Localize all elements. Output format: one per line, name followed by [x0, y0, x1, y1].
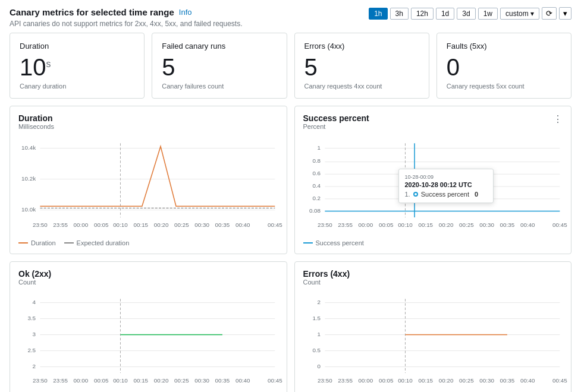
errors4xx-svg: 2 1.5 1 0.5 0 23:50	[303, 292, 563, 392]
errors-title: Errors (4xx)	[304, 42, 419, 50]
x-label: 00:00	[74, 377, 89, 384]
y-label: 0.08	[309, 207, 321, 214]
chart-ok2xx-header: Ok (2xx) Count	[18, 269, 278, 290]
summary-card-duration: Duration 10s Canary duration	[10, 33, 145, 99]
refresh-button[interactable]: ⟳	[542, 7, 557, 20]
duration-label: Canary duration	[20, 83, 134, 90]
x-label: 00:05	[378, 377, 393, 384]
success-legend: Success percent	[303, 239, 563, 246]
tooltip-num: 1.	[405, 191, 410, 198]
chart-duration-header: Duration Milliseconds	[18, 113, 278, 135]
legend-success-label: Success percent	[316, 239, 364, 246]
info-link[interactable]: Info	[179, 8, 192, 17]
x-label: 00:40	[520, 377, 535, 384]
x-label: 00:00	[358, 222, 373, 228]
ok2xx-svg: 4 3.5 3 2.5 2 23:50	[18, 292, 278, 392]
x-label: 23:50	[33, 377, 48, 384]
more-options-icon[interactable]: ⋮	[553, 113, 563, 125]
y-label: 3	[33, 331, 36, 337]
y-label: 10.4k	[21, 144, 36, 151]
y-label: 1.5	[312, 315, 321, 321]
chart-success-title: Success percent	[303, 113, 369, 123]
x-label: 00:10	[113, 377, 128, 384]
faults-value: 0	[447, 54, 561, 80]
x-label: 00:20	[154, 222, 169, 228]
duration-svg: 10.4k 10.2k 10.0k 23:50 23:5	[18, 136, 278, 237]
x-label: 00:30	[479, 377, 494, 384]
chart-ok2xx-title: Ok (2xx)	[18, 269, 51, 279]
faults-label: Canary requests 5xx count	[447, 83, 561, 90]
y-label: 10.0k	[21, 206, 36, 213]
summary-card-errors: Errors (4xx) 5 Canary requests 4xx count	[294, 33, 429, 99]
x-label: 00:45	[268, 377, 282, 384]
x-label: 00:35	[215, 222, 230, 228]
legend-success: Success percent	[303, 239, 364, 246]
chart-errors4xx-header: Errors (4xx) Count	[303, 269, 563, 290]
settings-button[interactable]: ▾	[559, 7, 571, 20]
time-btn-3h[interactable]: 3h	[390, 8, 409, 20]
chart-tooltip: 10-28-00:09 2020-10-28 00:12 UTC 1. Succ…	[398, 169, 494, 203]
x-label: 23:55	[338, 222, 353, 228]
chart-errors4xx-area: 2 1.5 1 0.5 0 23:50	[303, 292, 563, 392]
x-label: 00:10	[398, 377, 413, 384]
time-controls: 1h 3h 12h 1d 3d 1w custom ▾ ⟳ ▾	[369, 7, 571, 20]
chart-ok2xx: Ok (2xx) Count 4 3.5 3 2.5 2	[10, 261, 287, 392]
charts-grid: Duration Milliseconds 10.4k 10.2k 10.0k	[10, 106, 571, 392]
y-label: 0.8	[312, 158, 321, 165]
duration-value: 10s	[20, 54, 134, 80]
errors-label: Canary requests 4xx count	[304, 83, 419, 90]
time-btn-12h[interactable]: 12h	[411, 8, 434, 20]
summary-card-failed: Failed canary runs 5 Canary failures cou…	[152, 33, 287, 99]
x-label: 00:05	[94, 222, 109, 228]
x-label: 00:35	[215, 377, 230, 384]
duration-legend: Duration Expected duration	[18, 239, 278, 246]
time-btn-1h[interactable]: 1h	[369, 8, 387, 20]
y-label: 1	[317, 144, 320, 151]
y-label: 2	[317, 299, 320, 305]
y-label: 0	[317, 363, 321, 369]
chart-errors4xx: Errors (4xx) Count 2 1.5 1 0.5 0	[294, 261, 572, 392]
summary-card-faults: Faults (5xx) 0 Canary requests 5xx count	[436, 33, 571, 99]
x-label: 00:25	[459, 222, 474, 228]
x-label: 23:55	[338, 377, 353, 384]
time-btn-3d[interactable]: 3d	[457, 8, 475, 20]
y-label: 0.5	[312, 347, 321, 353]
x-label: 00:15	[133, 222, 148, 228]
failed-value: 5	[162, 54, 277, 80]
legend-expected-icon	[64, 242, 74, 244]
x-label: 00:45	[552, 377, 567, 384]
x-label: 00:35	[500, 377, 514, 384]
x-label: 23:50	[33, 222, 48, 228]
time-btn-1w[interactable]: 1w	[478, 8, 498, 20]
chart-success-subtitle: Percent	[303, 123, 369, 130]
x-label: 00:00	[74, 222, 89, 228]
duration-title: Duration	[20, 42, 134, 50]
y-label: 0.6	[312, 170, 321, 176]
legend-success-icon	[303, 242, 313, 244]
x-label: 00:25	[174, 222, 189, 228]
tooltip-range: 10-28-00:09	[405, 174, 487, 180]
y-label: 3.5	[27, 315, 36, 321]
x-label: 23:55	[53, 222, 68, 228]
duration-unit: s	[46, 59, 51, 69]
page-subtitle: API canaries do not support metrics for …	[10, 20, 243, 28]
x-label: 23:50	[318, 222, 332, 228]
tooltip-label: Success percent	[421, 191, 469, 198]
x-label: 00:05	[94, 377, 109, 384]
chart-ok2xx-subtitle: Count	[18, 279, 51, 286]
y-label: 4	[33, 299, 36, 305]
failed-label: Canary failures count	[162, 83, 277, 90]
faults-title: Faults (5xx)	[447, 42, 561, 50]
page-title: Canary metrics for selected time range	[10, 7, 174, 17]
chart-ok2xx-area: 4 3.5 3 2.5 2 23:50	[18, 292, 278, 392]
x-label: 00:05	[378, 222, 393, 228]
time-btn-custom[interactable]: custom ▾	[500, 8, 539, 20]
x-label: 00:40	[235, 377, 250, 384]
legend-expected-label: Expected duration	[77, 239, 130, 246]
legend-duration-label: Duration	[31, 239, 56, 246]
time-btn-1d[interactable]: 1d	[436, 8, 454, 20]
chart-duration: Duration Milliseconds 10.4k 10.2k 10.0k	[10, 106, 287, 254]
chart-duration-title: Duration	[18, 113, 54, 123]
x-label: 00:30	[194, 377, 209, 384]
x-label: 00:20	[438, 222, 453, 228]
